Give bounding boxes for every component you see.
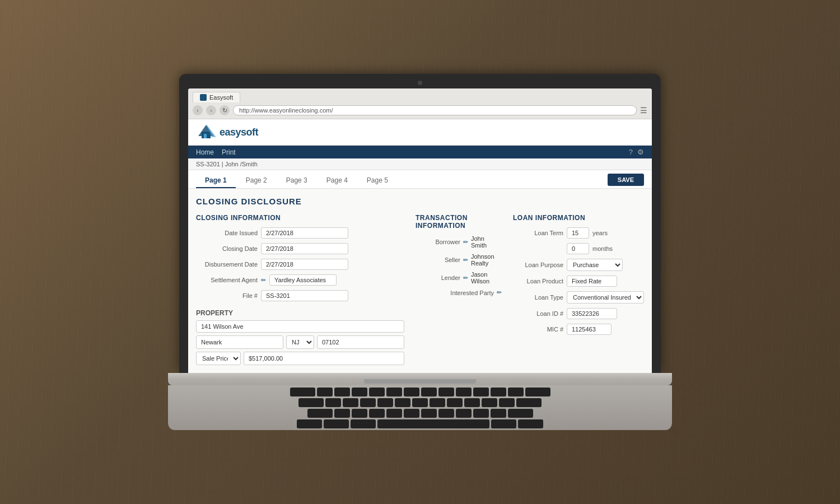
d-key [360,398,376,407]
settlement-agent-value: Yardley Associates [269,274,337,286]
loan-purpose-label: Loan Purpose [513,262,563,268]
loan-term-years-input[interactable] [567,227,589,239]
j-key [430,398,445,407]
breadcrumb-bar: SS-3201 | John /Smith [188,158,652,170]
help-icon[interactable]: ? [629,148,633,156]
back-button[interactable]: ‹ [193,105,203,115]
key-row-3 [207,409,633,418]
transaction-section-title: TRANSACTION INFORMATION [416,214,502,230]
app-nav: Home Print ? ⚙ [188,146,652,158]
tab-page1[interactable]: Page 1 [196,174,236,188]
transaction-column: TRANSACTION INFORMATION Borrower ✏ John … [416,214,502,365]
tab-page5[interactable]: Page 5 [358,174,397,188]
page-title: CLOSING DISCLOSURE [196,197,644,206]
loan-column: LOAN INFORMATION Loan Term years months [513,214,644,365]
loan-term-months-input[interactable] [567,243,589,254]
p-key [473,388,489,396]
logo-text: easysoft [220,127,258,138]
tab-page2[interactable]: Page 2 [237,174,276,188]
return-key [516,398,542,407]
x-key [352,409,367,418]
interested-party-label: Interested Party [449,290,494,296]
lender-row: Lender ✏ Jason Wilson [416,271,502,284]
browser-menu-icon[interactable]: ☰ [640,106,647,115]
loan-term-months-row: months [513,243,644,254]
file-number-row: File # [196,290,404,301]
mic-label: MIC # [513,326,563,333]
y-key [334,409,350,418]
lender-label: Lender [416,274,460,281]
ctrl-key [324,419,349,428]
property-address-input[interactable] [196,320,404,333]
caps-key [298,398,324,407]
ctrl-right-key [518,419,543,428]
u-key [421,388,437,396]
settlement-agent-edit-icon[interactable]: ✏ [261,277,266,284]
nav-print[interactable]: Print [222,148,236,156]
loan-term-label: Loan Term [513,230,563,236]
app-nav-links: Home Print [196,148,236,156]
i-key [438,388,454,396]
laptop-screen: Easysoft ‹ › ↻ http://www.easyonlineclos… [188,88,652,373]
closing-date-row: Closing Date [196,243,404,254]
seller-row: Seller ✏ Johnson Realty [416,253,502,267]
loan-purpose-row: Loan Purpose Purchase [513,259,644,271]
loan-id-row: Loan ID # [513,308,644,319]
form-columns: CLOSING INFORMATION Date Issued Closing … [196,214,644,365]
laptop-container: Easysoft ‹ › ↻ http://www.easyonlineclos… [168,74,672,430]
period-key [473,409,489,418]
date-issued-row: Date Issued [196,227,404,239]
url-bar[interactable]: http://www.easyonlineclosing.com/ [233,105,637,115]
disbursement-date-label: Disbursement Date [196,261,258,268]
tab-page4[interactable]: Page 4 [318,174,357,188]
sale-price-input[interactable] [244,352,404,365]
forward-button[interactable]: › [206,105,216,115]
loan-type-select[interactable]: Conventional Insured [567,291,644,304]
reload-button[interactable]: ↻ [220,105,230,115]
loan-id-label: Loan ID # [513,310,563,317]
settlement-agent-label: Settlement Agent [196,277,258,283]
lender-edit-icon[interactable]: ✏ [463,274,468,282]
property-state-select[interactable]: NJ [286,335,314,349]
loan-term-years-unit: years [592,230,608,236]
bracket1-key [491,388,506,396]
browser-chrome: Easysoft ‹ › ↻ http://www.easyonlineclos… [188,88,652,119]
delete-key [525,388,550,396]
mic-input[interactable] [567,324,612,335]
browser-tab[interactable]: Easysoft [193,92,240,102]
closing-date-label: Closing Date [196,245,258,252]
closing-date-input[interactable] [261,243,348,254]
file-number-input[interactable] [261,290,348,301]
b-key [404,409,419,418]
disbursement-date-row: Disbursement Date [196,259,404,270]
disbursement-date-input[interactable] [261,259,348,270]
property-zip-input[interactable] [317,335,404,349]
loan-purpose-select[interactable]: Purchase [567,259,623,271]
main-content: CLOSING DISCLOSURE CLOSING INFORMATION D… [188,189,652,373]
loan-product-input[interactable] [567,276,617,287]
alt-right-key [491,419,516,428]
loan-id-input[interactable] [567,308,617,319]
shift-left-key [307,409,333,418]
minus-key [491,409,506,418]
nav-home[interactable]: Home [196,148,214,156]
sale-price-type-select[interactable]: Sale Price [196,352,241,365]
interested-party-edit-icon[interactable]: ✏ [497,289,502,296]
tab-page3[interactable]: Page 3 [277,174,316,188]
save-button[interactable]: SAVE [608,174,644,186]
property-section: PROPERTY NJ Sale Pr [196,309,404,365]
settings-icon[interactable]: ⚙ [637,148,644,156]
loan-product-label: Loan Product [513,278,563,284]
laptop-hinge [364,379,476,384]
property-city-input[interactable] [196,335,283,349]
date-issued-input[interactable] [261,227,348,239]
loan-product-row: Loan Product [513,276,644,287]
property-city-row: NJ [196,335,404,349]
h-key [412,398,428,407]
seller-edit-icon[interactable]: ✏ [463,256,468,264]
quote-key [499,398,515,407]
borrower-edit-icon[interactable]: ✏ [463,239,468,246]
loan-section-title: LOAN INFORMATION [513,214,644,222]
sale-price-row: Sale Price [196,352,404,365]
logo-area: easysoft [196,124,644,141]
